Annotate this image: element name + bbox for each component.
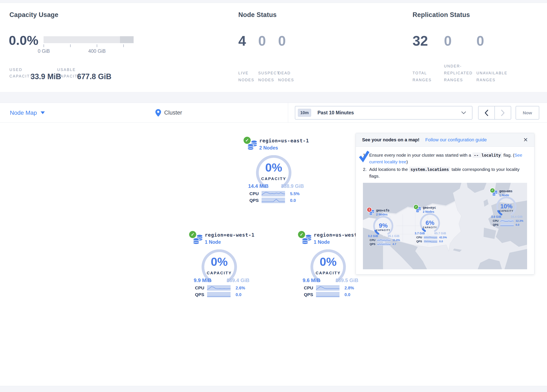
unavailable-label: UNAVAILABLE RANGES xyxy=(476,60,512,83)
example-world-map: 1 geo=sfo 2 Nodes 9% CAPACITY xyxy=(363,183,527,269)
status-healthy-icon: ✓ xyxy=(414,205,418,209)
cpu-value: 11.0% xyxy=(392,238,400,242)
capacity-percent: 0% xyxy=(250,161,298,174)
breadcrumb[interactable]: Cluster xyxy=(155,103,182,123)
time-step-back-button[interactable] xyxy=(478,106,495,120)
qps-sparkline xyxy=(377,243,390,246)
axis-tick xyxy=(123,44,124,47)
dead-nodes-label: DEAD NODES xyxy=(278,60,298,83)
step-text: Ensure every node in your cluster was st… xyxy=(369,152,527,165)
qps-label: QPS xyxy=(493,223,500,227)
close-icon[interactable]: ✕ xyxy=(523,137,528,143)
time-range-dropdown[interactable]: 10m Past 10 Minutes xyxy=(295,106,472,120)
total-capacity-value: 65.7 GiB xyxy=(434,231,446,236)
locality-flag-code: locality xyxy=(480,152,502,158)
chevron-down-icon xyxy=(41,111,45,114)
system-locations-code: system.locations xyxy=(409,167,450,172)
axis-tick-label: 400 GiB xyxy=(82,48,112,54)
node-count-link[interactable]: 1 Node xyxy=(314,239,330,245)
qps-label: QPS xyxy=(370,242,377,246)
cluster-overview-page: Capacity Usage 0.0% 0 GiB 400 GiB USED C… xyxy=(0,0,547,392)
used-capacity-value: 3.6 GiB xyxy=(491,215,501,219)
cpu-value: 2.6% xyxy=(236,286,245,290)
used-capacity-label: USED CAPACITY xyxy=(9,67,33,80)
capacity-percent: 0% xyxy=(195,255,243,268)
unavailable-count: 0 xyxy=(476,33,512,49)
step-text-mid: flag. ( xyxy=(502,153,514,158)
locality-flag-code: -- xyxy=(472,152,480,158)
qps-label: QPS xyxy=(304,292,316,297)
used-capacity-value: 3.7 GiB xyxy=(415,231,425,236)
suspect-nodes-label: SUSPECT NODES xyxy=(258,60,278,83)
status-warning-icon: 1 xyxy=(367,207,371,212)
axis-tick xyxy=(97,44,97,47)
cpu-sparkline xyxy=(377,239,390,242)
cpu-value: 12.3% xyxy=(516,219,523,223)
cpu-label: CPU xyxy=(249,191,262,196)
region-label[interactable]: region=eu-west-1 xyxy=(205,232,255,238)
node-count-link[interactable]: 1 Node xyxy=(205,239,221,245)
step-text-post: ) xyxy=(406,159,408,164)
divider-band xyxy=(0,92,547,103)
capacity-label: CAPACITY xyxy=(250,177,298,181)
node-count-link[interactable]: 2 Nodes xyxy=(259,145,278,151)
time-range-label: Past 10 Minutes xyxy=(317,110,354,116)
suspect-nodes-count: 0 xyxy=(258,33,278,49)
chevron-down-icon xyxy=(461,111,466,114)
qps-label: QPS xyxy=(195,292,207,297)
region-label[interactable]: region=us-east-1 xyxy=(259,138,309,144)
time-step-forward-button[interactable] xyxy=(494,106,511,120)
footer-strip xyxy=(0,386,547,392)
node-map-setup-popup: See your nodes on a map! Follow our conf… xyxy=(356,133,534,275)
total-ranges-count: 32 xyxy=(413,33,444,49)
qps-sparkline xyxy=(424,240,437,243)
chevron-right-icon xyxy=(501,110,505,116)
total-capacity-value: 34.4 GiB xyxy=(511,215,522,219)
popup-header: See your nodes on a map! Follow our conf… xyxy=(356,133,534,147)
dead-nodes-count: 0 xyxy=(278,33,298,49)
qps-value: 0.0 xyxy=(236,292,241,297)
capacity-gauge: 9% CAPACITY xyxy=(370,215,397,236)
configuration-guide-link[interactable]: Follow our configuration guide xyxy=(425,137,487,143)
status-healthy-icon: ✓ xyxy=(189,231,196,238)
qps-value: 0.0 xyxy=(344,292,350,297)
under-replicated-count: 0 xyxy=(444,33,476,49)
view-mode-dropdown[interactable]: Node Map xyxy=(10,103,45,123)
cpu-sparkline xyxy=(316,285,340,291)
cpu-sparkline xyxy=(262,191,285,196)
popup-body: 1. Ensure every node in your cluster was… xyxy=(356,147,534,274)
axis-tick-label: 0 GiB xyxy=(29,48,58,54)
toolbar-divider xyxy=(288,103,288,123)
status-healthy-icon: ✓ xyxy=(244,137,251,144)
stats-panel: Capacity Usage 0.0% 0 GiB 400 GiB USED C… xyxy=(0,3,547,92)
cpu-label: CPU xyxy=(304,285,316,290)
qps-sparkline xyxy=(316,292,340,297)
capacity-percent-value: 0.0% xyxy=(9,33,38,48)
view-toolbar: Node Map Cluster 10m Past 10 Minutes xyxy=(0,103,547,123)
capacity-gauge: 6% CAPACITY xyxy=(416,213,444,233)
node-status-title: Node Status xyxy=(238,11,277,19)
total-capacity-value: 35.1 GiB xyxy=(388,234,399,238)
used-capacity-value: 3.2 GiB xyxy=(368,234,378,238)
qps-sparkline xyxy=(262,198,285,203)
breadcrumb-label: Cluster xyxy=(164,110,182,116)
qps-sparkline xyxy=(207,292,231,297)
now-button[interactable]: Now xyxy=(516,106,539,120)
capacity-label: CAPACITY xyxy=(304,271,352,275)
capacity-gauge: 10% CAPACITY xyxy=(493,196,520,216)
view-mode-label: Node Map xyxy=(10,110,37,116)
popup-title: See your nodes on a map! xyxy=(362,137,419,143)
time-step-buttons xyxy=(478,106,511,120)
used-capacity-value: 33.9 MiB xyxy=(31,72,61,81)
used-capacity-value: 9.9 MiB xyxy=(194,277,211,283)
top-strip xyxy=(0,0,547,3)
used-capacity-value: 9.6 MiB xyxy=(303,277,320,283)
qps-value: 0.0 xyxy=(516,223,519,227)
total-capacity-value: 338.9 GiB xyxy=(281,183,304,189)
under-replicated-label: UNDER- REPLICATED RANGES xyxy=(444,60,476,83)
capacity-bar-segment xyxy=(120,36,134,43)
live-nodes-count: 4 xyxy=(238,33,258,49)
map-pin-icon xyxy=(155,109,161,117)
qps-sparkline xyxy=(500,223,514,226)
capacity-bar xyxy=(44,36,134,43)
